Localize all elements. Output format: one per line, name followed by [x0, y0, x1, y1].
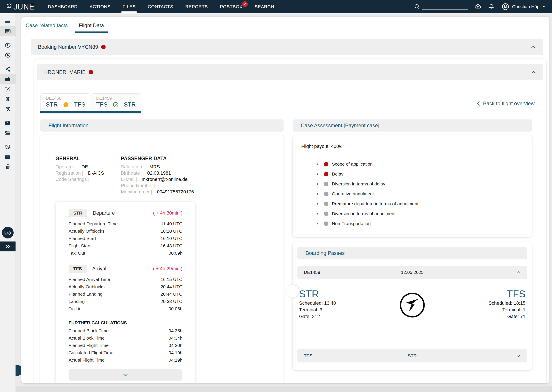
global-search-input[interactable]: [422, 3, 468, 10]
airline-logo: [398, 291, 426, 319]
pass-flight-number: DE1458: [304, 270, 376, 275]
delay-clock-icon: [63, 102, 69, 108]
boarding-pass-2-header[interactable]: TFS STR: [297, 349, 527, 363]
collapse-passenger-button[interactable]: [531, 70, 536, 75]
collapse-pass-button[interactable]: [516, 270, 521, 275]
chevron-right-icon: [315, 162, 319, 166]
magic-wand-button[interactable]: [0, 84, 15, 94]
download-button[interactable]: [0, 50, 15, 60]
check-circle-icon: [113, 102, 119, 108]
time-label: Actually Onblocks: [69, 283, 105, 290]
passenger-status-dot: [89, 70, 93, 74]
assessment-item-operative-annulment[interactable]: Operative annulment: [315, 189, 524, 199]
tab-case-related-facts[interactable]: Case-related facts: [26, 22, 68, 36]
case-toolbox-button[interactable]: [0, 74, 15, 84]
time-value: 20:44 UTC: [161, 283, 182, 290]
globe-scribble-icon: [6, 2, 13, 9]
share-button[interactable]: [0, 64, 15, 74]
pass-destination: STR: [408, 353, 417, 358]
time-value: 16:10 UTC: [161, 235, 182, 242]
time-value: 20:44 UTC: [161, 290, 182, 298]
calc-value: 04:20h: [169, 342, 182, 349]
back-to-flight-overview-link[interactable]: Back to flight overview: [476, 100, 540, 106]
nav-reports[interactable]: REPORTS: [185, 0, 208, 13]
svg-text:?: ?: [6, 231, 8, 234]
layers-button[interactable]: [0, 94, 15, 104]
nav-dashboard[interactable]: DASHBOARD: [48, 0, 78, 13]
sidebar-divider: [0, 38, 15, 38]
further-calculations-heading: FURTHER CALCULATIONS: [69, 320, 182, 325]
list-view-icon: [5, 28, 11, 35]
nav-actions[interactable]: ACTIONS: [90, 0, 111, 13]
nav-contacts[interactable]: CONTACTS: [148, 0, 173, 13]
archive-box-icon: [5, 154, 11, 160]
upload-button[interactable]: [0, 40, 15, 50]
postbox-badge: 2: [242, 1, 248, 7]
menu-button[interactable]: [0, 16, 15, 26]
wifi-off-icon: [5, 106, 11, 112]
bell-icon: [488, 3, 495, 10]
departure-code: STR: [299, 288, 336, 300]
history-button[interactable]: [0, 142, 15, 152]
help-chat-button[interactable]: ?: [2, 227, 14, 238]
field-value: 00491755720176: [157, 189, 194, 195]
chevron-up-icon: [531, 70, 536, 75]
wifi-off-button[interactable]: [0, 104, 15, 114]
assessment-item-scope[interactable]: Scope of application: [315, 159, 524, 169]
expand-flight-times-button[interactable]: [69, 369, 182, 381]
archive-button[interactable]: [0, 152, 15, 162]
boarding-pass-1-header[interactable]: DE1458 12.05.2025: [297, 266, 527, 279]
pass-arrival-block: TFS Scheduled: 18:15 Terminal: 1 Gate: 7…: [489, 288, 525, 320]
assessment-item-delay[interactable]: Delay: [315, 169, 524, 179]
arrival-gate: Gate: 71: [489, 313, 525, 320]
nav-postbox[interactable]: POSTBOX 2: [220, 0, 243, 13]
passenger-card: KRONER, MARIE DE1458 STR: [34, 59, 546, 383]
user-menu[interactable]: Christian Häp: [501, 3, 545, 11]
notifications-button[interactable]: [488, 3, 495, 10]
trash-button[interactable]: [0, 162, 15, 172]
booking-header[interactable]: Booking Number VYCN89: [31, 39, 543, 55]
pass-date: 12.05.2025: [401, 270, 424, 275]
folder-open-button[interactable]: [0, 128, 15, 138]
chevron-up-icon: [531, 44, 536, 50]
arrival-scheduled: Scheduled: 18:15: [489, 300, 525, 306]
app-logo[interactable]: JUNE: [6, 1, 35, 13]
time-label: Planned Departure Time: [69, 220, 118, 227]
flight-tab-de1458[interactable]: DE1458 STR TFS: [40, 93, 91, 111]
flight-number: DE1458: [46, 96, 85, 101]
list-view-button[interactable]: [0, 26, 15, 36]
tab-flight-data[interactable]: Flight Data: [79, 22, 104, 36]
cloud-upload-button[interactable]: [474, 3, 482, 10]
chevron-right-icon: [315, 182, 319, 186]
case-file-card: Case-related facts Flight Data Booking N…: [21, 17, 549, 383]
passenger-data-section: PASSENGER DATA Salutation |MRS Birthdate…: [121, 156, 194, 195]
sidebar-divider: [0, 140, 15, 140]
collapse-booking-button[interactable]: [531, 44, 536, 50]
assessment-item-non-transportation[interactable]: Non-Transportation: [315, 219, 524, 229]
help-chat-icon: ?: [4, 229, 11, 236]
flight-tab-de1459[interactable]: DE1459 TFS STR: [91, 93, 141, 111]
assessment-item-premature-departure[interactable]: Premature departure in terms of annulmen…: [315, 199, 524, 209]
expand-pass-button[interactable]: [516, 353, 521, 358]
time-label: Taxi in: [69, 305, 82, 312]
time-value: 16:15 UTC: [161, 276, 182, 283]
assessment-item-diversion-annulment[interactable]: Diversion in terms of annulment: [315, 209, 524, 219]
time-value: 16:43 UTC: [161, 242, 182, 250]
expand-sidebar-button[interactable]: [0, 241, 15, 252]
pass-departure-block: STR Scheduled: 13:40 Terminal: 3 Gate: 3…: [299, 288, 336, 320]
passenger-header[interactable]: KRONER, MARIE: [37, 64, 543, 80]
boarding-passes-card: Boarding Passes DE1458 12.05.2025: [293, 242, 532, 370]
nav-search[interactable]: SEARCH: [255, 0, 274, 13]
flight-payout: Flight payout: 400€: [301, 144, 524, 149]
departure-section-header: STR Departure ( + 4h 30min ): [69, 209, 182, 217]
calc-value: 04:35h: [169, 327, 182, 334]
nav-files[interactable]: FILES: [122, 0, 136, 13]
general-section: GENERAL Operator |DE Registration |D-AIC…: [56, 156, 104, 195]
calc-label: Planned Block Time: [69, 327, 109, 334]
toolbox-button[interactable]: [0, 118, 15, 128]
page-tabs: Case-related facts Flight Data: [21, 17, 549, 36]
passenger-name: KRONER, MARIE: [44, 69, 86, 75]
time-value: 20:38 UTC: [161, 298, 182, 305]
assessment-item-diversion-delay[interactable]: Diversion in terms of delay: [315, 179, 524, 189]
user-name: Christian Häp: [512, 4, 539, 9]
